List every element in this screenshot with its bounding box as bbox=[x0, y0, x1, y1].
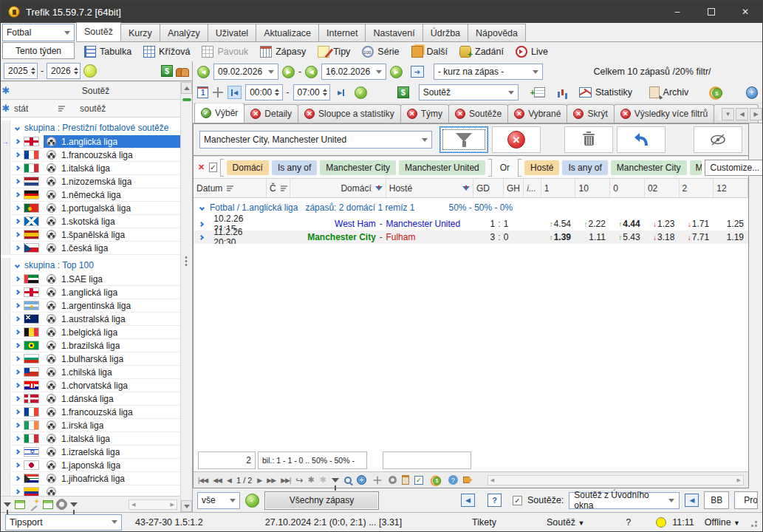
apply-time-icon[interactable]: ✓ bbox=[355, 86, 367, 99]
help-box-icon[interactable]: ? bbox=[487, 494, 502, 507]
column-soutez[interactable]: soutěž bbox=[80, 103, 106, 114]
spinner-arrows-icon[interactable] bbox=[31, 67, 35, 75]
column-cislo[interactable]: Č bbox=[267, 179, 290, 197]
expand-icon[interactable] bbox=[10, 290, 24, 294]
filter-operator-chip[interactable]: Is any of bbox=[562, 160, 607, 175]
scroll-down-icon[interactable] bbox=[181, 500, 192, 512]
undo-button[interactable] bbox=[617, 126, 666, 153]
prev-page-icon[interactable]: ◀ bbox=[227, 477, 231, 484]
expand-icon[interactable] bbox=[10, 233, 24, 236]
league-item[interactable]: 1.australská liga bbox=[1, 313, 180, 326]
column-odds-12[interactable]: 12 bbox=[714, 179, 748, 197]
toolbar-zadani[interactable]: Zadání bbox=[454, 44, 509, 59]
tab-uzivatel[interactable]: Uživatel bbox=[208, 24, 256, 41]
view-select[interactable]: Soutěž ▼ bbox=[547, 517, 584, 528]
chevron-down-icon[interactable] bbox=[15, 262, 20, 267]
column-odds-2[interactable]: 2 bbox=[680, 179, 714, 197]
tabs-scroll-right-icon[interactable]: ▶ bbox=[750, 108, 762, 120]
league-item[interactable]: 1.irská liga bbox=[1, 419, 180, 432]
filter-tab-tymy[interactable]: Týmy bbox=[400, 104, 449, 123]
visibility-button[interactable] bbox=[694, 126, 742, 153]
competitions-checkbox[interactable]: ✓ bbox=[513, 496, 522, 505]
league-item[interactable]: 1.dánská liga bbox=[1, 392, 180, 406]
league-item-clipped[interactable] bbox=[1, 485, 180, 496]
column-odds-0[interactable]: 0 bbox=[610, 179, 645, 197]
expand-icon[interactable] bbox=[10, 437, 24, 440]
toolbar-live[interactable]: Live bbox=[510, 44, 553, 59]
league-item[interactable]: 1.francouzská liga bbox=[1, 406, 180, 419]
toolbar-dalsi[interactable]: Další bbox=[406, 44, 453, 59]
expand-icon[interactable] bbox=[10, 383, 24, 387]
filter-tab-sloupce[interactable]: Sloupce a statistiky bbox=[298, 104, 401, 123]
season-to-spinner[interactable]: 2026 bbox=[47, 63, 81, 79]
expand-icon[interactable] bbox=[10, 277, 24, 281]
filter-tab-vysledky[interactable]: Výsledky více filtrů bbox=[614, 104, 714, 123]
asterisk-icon[interactable]: ✱ bbox=[307, 475, 314, 485]
expand-icon[interactable] bbox=[10, 450, 24, 454]
expand-icon[interactable] bbox=[10, 219, 24, 223]
or-label[interactable]: Or bbox=[500, 163, 510, 173]
minimize-button[interactable]: – bbox=[660, 1, 694, 23]
date-next-icon[interactable]: ▶ bbox=[390, 66, 403, 78]
toolbar-serie[interactable]: Série bbox=[357, 44, 404, 59]
horizontal-scrollbar[interactable]: ◀▶ bbox=[487, 475, 744, 485]
window-icon[interactable] bbox=[15, 500, 25, 509]
filter-tab-vybrane[interactable]: Vybrané bbox=[507, 104, 567, 123]
league-group-row[interactable]: Fotbal / 1.anglická liga zápasů: 2 domác… bbox=[194, 198, 748, 217]
bb-button[interactable]: BB bbox=[704, 491, 729, 509]
tab-napoveda[interactable]: Nápověda bbox=[468, 24, 526, 41]
close-button[interactable]: ✕ bbox=[728, 1, 762, 23]
filter-tab-vyber[interactable]: Výběr bbox=[194, 103, 244, 123]
expand-icon[interactable] bbox=[10, 490, 24, 494]
league-item[interactable]: 1.nizozemská liga bbox=[1, 175, 180, 188]
league-item[interactable]: 1.chorvatská liga bbox=[1, 379, 180, 392]
league-item[interactable]: 1.skotská liga bbox=[1, 215, 180, 228]
table-add-icon[interactable] bbox=[534, 87, 545, 98]
expand-icon[interactable] bbox=[194, 222, 209, 226]
league-item[interactable]: 1.SAE liga bbox=[1, 273, 180, 286]
filter-icon[interactable] bbox=[332, 478, 339, 482]
delete-filter-button[interactable] bbox=[564, 126, 613, 153]
filter-team-chip[interactable]: Manchester City bbox=[611, 160, 687, 175]
money-icon[interactable]: $ bbox=[397, 86, 408, 98]
date-prev-icon[interactable]: ◀ bbox=[197, 66, 210, 78]
checkbox-icon[interactable]: ✓ bbox=[414, 476, 423, 485]
league-item[interactable]: 1.německá liga bbox=[1, 188, 180, 202]
spinner-arrows-icon[interactable] bbox=[74, 67, 78, 75]
time-from-spinner[interactable]: 00:00 bbox=[245, 84, 282, 100]
apply-filter-button[interactable] bbox=[439, 126, 488, 153]
expand-icon[interactable] bbox=[10, 206, 24, 210]
insert-left-icon[interactable]: ◀ bbox=[685, 494, 699, 507]
toolbar-tabulka[interactable]: Tabulka bbox=[79, 44, 137, 59]
scrollbar-track[interactable] bbox=[181, 106, 192, 500]
league-item[interactable]: 1.brazilská liga bbox=[1, 339, 180, 352]
filter-enabled-checkbox[interactable]: ✓ bbox=[209, 163, 216, 172]
tab-nastaveni[interactable]: Nastavení bbox=[365, 24, 422, 41]
coins-icon[interactable] bbox=[430, 475, 442, 485]
league-item[interactable]: 1.jihoafrická liga bbox=[1, 472, 180, 485]
resize-grip[interactable] bbox=[747, 517, 758, 528]
expand-icon[interactable] bbox=[10, 463, 24, 467]
collapse-icon[interactable] bbox=[194, 206, 210, 210]
period-button[interactable]: Tento týden bbox=[2, 42, 75, 59]
chevron-down-icon[interactable] bbox=[15, 125, 20, 130]
tab-aktualizace[interactable]: Aktualizace bbox=[256, 24, 319, 41]
column-gd[interactable]: GD bbox=[473, 179, 504, 197]
scope-select[interactable]: vše bbox=[197, 492, 240, 509]
expand-icon[interactable] bbox=[10, 304, 24, 307]
column-stat[interactable]: stát bbox=[11, 103, 54, 114]
league-item[interactable]: 1.izraelská liga bbox=[1, 446, 180, 459]
spinner-arrows-icon[interactable] bbox=[275, 89, 279, 96]
clear-filter-button[interactable]: ✕ bbox=[492, 126, 541, 153]
remove-filter-icon[interactable]: ✕ bbox=[198, 163, 205, 172]
coins-icon[interactable] bbox=[708, 86, 722, 98]
column-info[interactable]: i... bbox=[524, 179, 541, 197]
teams-icon[interactable] bbox=[176, 65, 189, 77]
tag-icon[interactable] bbox=[463, 477, 472, 483]
date-prev-icon[interactable]: ◀ bbox=[305, 66, 318, 78]
toolbar-zapasy[interactable]: Zápasy bbox=[255, 44, 311, 59]
sidebar-scrollbar[interactable] bbox=[180, 82, 192, 512]
sport-select[interactable]: Fotbal bbox=[2, 24, 75, 41]
insert-left-icon[interactable]: ◀ bbox=[461, 494, 475, 507]
search-icon[interactable] bbox=[344, 477, 352, 484]
